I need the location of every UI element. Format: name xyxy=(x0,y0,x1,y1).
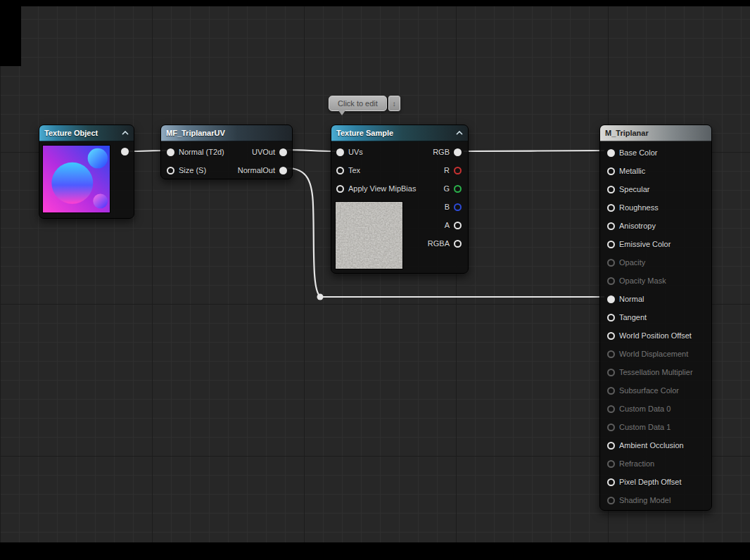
viewport-edge-top xyxy=(0,0,750,6)
input-pin-pixel-depth-offset[interactable] xyxy=(607,478,615,486)
input-pin-shading-model[interactable] xyxy=(607,497,615,504)
output-pin-a[interactable] xyxy=(454,222,462,229)
output-pin-texture[interactable] xyxy=(121,148,129,155)
pin-label: Custom Data 0 xyxy=(619,405,670,413)
material-input-row: Shading Model xyxy=(600,491,711,509)
material-input-row: World Displacement xyxy=(600,345,711,363)
input-pin-uvs[interactable] xyxy=(336,148,344,156)
input-pin-custom-data-0[interactable] xyxy=(607,405,615,413)
texture-object-preview xyxy=(42,145,110,213)
bubble-pin-icon[interactable]: ↕ xyxy=(388,96,400,111)
input-pin-roughness[interactable] xyxy=(607,204,615,212)
node-header[interactable]: Texture Object xyxy=(39,125,134,141)
node-header[interactable]: MF_TriplanarUV xyxy=(161,125,292,141)
pin-label: Tangent xyxy=(619,313,647,322)
input-pin-subsurface-color[interactable] xyxy=(607,387,615,395)
node-row: UVs xyxy=(331,143,420,161)
pin-label: Opacity xyxy=(619,258,645,267)
node-row: RGB xyxy=(424,143,468,161)
wire-uvout-to-uvs[interactable] xyxy=(287,150,336,151)
input-pin-opacity[interactable] xyxy=(607,259,615,267)
input-pin-world-displacement[interactable] xyxy=(607,350,615,358)
output-pin-g[interactable] xyxy=(454,185,462,193)
input-pin-anisotropy[interactable] xyxy=(607,222,615,230)
material-graph-canvas[interactable]: Texture Object xyxy=(0,0,750,560)
node-row: Apply View MipBias xyxy=(331,179,420,198)
pin-label: G xyxy=(443,184,450,193)
pin-label: Shading Model xyxy=(619,496,670,504)
input-pin-normal[interactable] xyxy=(607,295,615,303)
input-pin-tangent[interactable] xyxy=(607,314,615,322)
wire-normalout-to-reroute[interactable] xyxy=(287,168,320,296)
comment-bubble[interactable]: Click to edit ↕ xyxy=(329,96,400,111)
pin-label: RGB xyxy=(433,148,450,156)
viewport-edge-left xyxy=(0,0,21,66)
material-input-row: Opacity xyxy=(600,253,711,272)
node-header[interactable]: M_Triplanar xyxy=(600,125,711,141)
node-row: RGBA xyxy=(424,234,468,253)
material-input-row: Refraction xyxy=(600,454,711,473)
material-input-row: Normal xyxy=(600,290,711,308)
pin-label: Normal (T2d) xyxy=(179,148,224,156)
material-input-row: Subsurface Color xyxy=(600,381,711,400)
node-title: MF_TriplanarUV xyxy=(166,129,225,137)
input-pin-apply-view-mipbias[interactable] xyxy=(336,185,344,193)
input-pin-ambient-occlusion[interactable] xyxy=(607,442,615,450)
output-pin-r[interactable] xyxy=(454,167,462,174)
node-row: R xyxy=(424,161,468,179)
node-row: Tex xyxy=(331,161,420,179)
material-input-row: Roughness xyxy=(600,198,711,217)
output-pin-b[interactable] xyxy=(454,203,462,211)
pin-label: Apply View MipBias xyxy=(348,184,416,193)
node-row: Size (S) NormalOut xyxy=(161,161,292,179)
material-input-row: Metallic xyxy=(600,162,711,180)
input-pin-base-color[interactable] xyxy=(607,149,615,157)
pin-label: Refraction xyxy=(619,459,654,468)
pin-label: Roughness xyxy=(619,203,659,212)
pin-label: Subsurface Color xyxy=(619,386,679,395)
pin-label: RGBA xyxy=(428,239,450,248)
input-pin-opacity-mask[interactable] xyxy=(607,277,615,285)
pin-label: World Position Offset xyxy=(619,331,692,340)
node-texture-sample[interactable]: Texture Sample UVs Tex Apply View MipBia… xyxy=(331,125,469,274)
node-header[interactable]: Texture Sample xyxy=(331,125,468,141)
input-pin-specular[interactable] xyxy=(607,186,615,193)
input-pin-tex[interactable] xyxy=(336,167,344,174)
output-pin-rgba[interactable] xyxy=(454,240,462,248)
node-m-triplanar[interactable]: M_Triplanar Base Color Metallic Specular… xyxy=(599,125,712,511)
material-input-row: Ambient Occlusion xyxy=(600,436,711,454)
output-pin-normalout[interactable] xyxy=(279,167,287,174)
reroute-node[interactable] xyxy=(317,294,324,300)
material-input-row: Opacity Mask xyxy=(600,272,711,290)
input-pin-custom-data-1[interactable] xyxy=(607,424,615,431)
input-pin-emissive-color[interactable] xyxy=(607,241,615,248)
input-pin-tessellation-multiplier[interactable] xyxy=(607,369,615,376)
input-pin-normal-t2d[interactable] xyxy=(167,148,174,156)
input-pin-size-s[interactable] xyxy=(167,167,174,174)
node-row: Normal (T2d) UVOut xyxy=(161,143,292,161)
material-input-row: Emissive Color xyxy=(600,235,711,253)
wire-rgb-to-basecolor[interactable] xyxy=(464,151,604,151)
texture-sample-preview xyxy=(335,201,403,269)
material-input-row: World Position Offset xyxy=(600,326,711,345)
comment-bubble-text[interactable]: Click to edit xyxy=(329,96,387,111)
node-row: G xyxy=(424,179,468,198)
pin-label: Custom Data 1 xyxy=(619,423,670,431)
material-input-row: Specular xyxy=(600,180,711,198)
input-pin-world-position-offset[interactable] xyxy=(607,332,615,340)
collapse-chevron-icon[interactable] xyxy=(122,131,129,135)
input-pin-metallic[interactable] xyxy=(607,167,615,175)
pin-label: Tessellation Multiplier xyxy=(619,368,693,376)
input-pin-refraction[interactable] xyxy=(607,460,615,468)
viewport-edge-bottom xyxy=(0,542,750,560)
pin-label: World Displacement xyxy=(619,350,688,358)
pin-label: Size (S) xyxy=(179,166,206,174)
node-texture-object[interactable]: Texture Object xyxy=(39,125,134,219)
node-title: Texture Object xyxy=(44,129,98,137)
node-mf-triplanaruv[interactable]: MF_TriplanarUV Normal (T2d) UVOut Size (… xyxy=(160,125,293,179)
node-title: Texture Sample xyxy=(336,129,393,137)
output-pin-uvout[interactable] xyxy=(279,148,287,156)
pin-label: UVs xyxy=(348,148,363,156)
collapse-chevron-icon[interactable] xyxy=(456,131,463,135)
output-pin-rgb[interactable] xyxy=(454,148,462,156)
